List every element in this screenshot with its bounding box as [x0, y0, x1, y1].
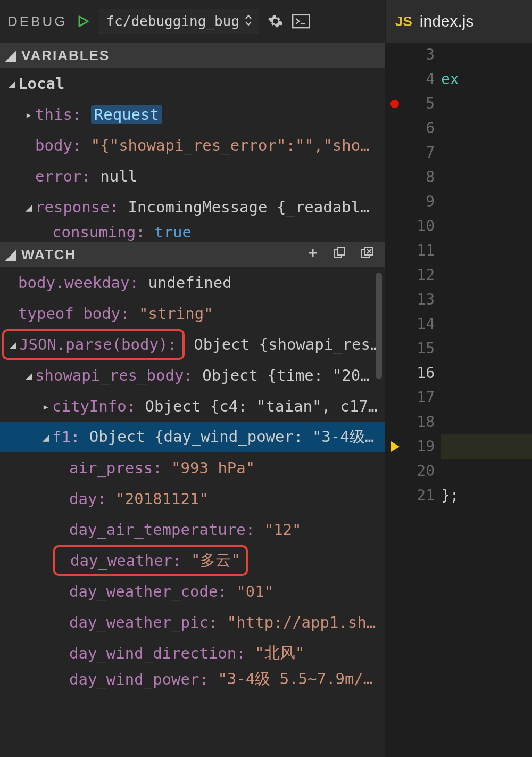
debug-label: DEBUG: [7, 13, 67, 30]
caret-updown-icon: [245, 14, 252, 29]
chevron-down-icon: ◢: [5, 47, 17, 64]
svg-rect-0: [293, 15, 310, 28]
tab-filename: index.js: [420, 12, 474, 30]
add-watch-icon[interactable]: [306, 246, 319, 263]
watch-row[interactable]: body.weekday: undefined: [0, 267, 385, 298]
chevron-down-icon: ◢: [22, 369, 35, 382]
highlight-box: ◢ JSON.parse(body):: [2, 329, 185, 360]
scope-local[interactable]: ◢ Local: [0, 68, 385, 99]
chevron-right-icon: ▸: [22, 108, 35, 121]
watch-row[interactable]: ◢ JSON.parse(body): Object {showapi_res…: [0, 329, 385, 360]
watch-title: WATCH: [21, 246, 76, 263]
remove-all-icon[interactable]: [361, 246, 375, 263]
chevron-down-icon: ◢: [22, 201, 35, 214]
current-line-marker: [386, 434, 404, 459]
gear-icon[interactable]: [268, 13, 284, 29]
var-this[interactable]: ▸ this: Request: [0, 99, 385, 130]
js-file-icon: JS: [395, 13, 412, 30]
start-debug-icon[interactable]: [76, 14, 90, 29]
watch-row[interactable]: ▸ cityInfo: Object {c4: "taian", c17…: [0, 391, 385, 422]
breakpoint-column[interactable]: [386, 43, 404, 508]
var-body[interactable]: body: "{"showapi_res_error":"","sho…: [0, 130, 385, 161]
chevron-down-icon: ◢: [5, 77, 18, 90]
watch-row[interactable]: day_wind_direction: "北风": [0, 638, 385, 669]
variables-title: VARIABLES: [21, 47, 110, 64]
chevron-down-icon: ◢: [5, 246, 17, 263]
variables-section-header[interactable]: ◢ VARIABLES: [0, 43, 385, 68]
chevron-down-icon: ◢: [39, 431, 52, 444]
editor-tab[interactable]: JS index.js: [386, 0, 532, 43]
debug-toolbar: DEBUG fc/debugging_bug: [0, 0, 385, 43]
watch-row[interactable]: air_press: "993 hPa": [0, 452, 385, 483]
var-consuming[interactable]: consuming: true: [0, 223, 385, 242]
breakpoint-5[interactable]: [386, 92, 404, 116]
debug-config-name: fc/debugging_bug: [106, 13, 239, 29]
scope-label: Local: [18, 75, 64, 93]
svg-rect-3: [337, 248, 345, 255]
var-this-value: Request: [91, 105, 162, 124]
watch-row-selected[interactable]: ◢ f1: Object {day_wind_power: "3-4级…: [0, 422, 385, 452]
watch-row[interactable]: day_air_temperature: "12": [0, 514, 385, 545]
line-number-column: 3 4 5 6 7 8 9 10 11 12 13 14 15 16 17 18…: [404, 43, 441, 508]
watch-row[interactable]: day: "20181121": [0, 483, 385, 514]
editor-gutter: 3 4 5 6 7 8 9 10 11 12 13 14 15 16 17 18…: [386, 43, 532, 508]
highlight-box: day_weather: "多云": [53, 545, 248, 576]
watch-row[interactable]: typeof body: "string": [0, 298, 385, 329]
watch-row[interactable]: day_weather: "多云": [0, 545, 385, 576]
var-response[interactable]: ◢ response: IncomingMessage {_readabl…: [0, 192, 385, 223]
watch-row[interactable]: day_weather_code: "01": [0, 576, 385, 607]
watch-section-header[interactable]: ◢ WATCH: [0, 242, 385, 267]
watch-row[interactable]: day_weather_pic: "http://app1.sh…: [0, 607, 385, 638]
debug-config-select[interactable]: fc/debugging_bug: [99, 9, 259, 34]
var-error[interactable]: error: null: [0, 161, 385, 192]
collapse-all-icon[interactable]: [333, 246, 347, 263]
code-column[interactable]: ex };: [441, 43, 532, 508]
watch-row[interactable]: day_wind_power: "3-4级 5.5~7.9m/…: [0, 669, 385, 690]
debug-console-icon[interactable]: [292, 14, 310, 29]
chevron-down-icon: ◢: [6, 338, 19, 351]
chevron-right-icon: ▸: [39, 400, 52, 413]
watch-row[interactable]: ◢ showapi_res_body: Object {time: "20…: [0, 360, 385, 391]
scrollbar-thumb[interactable]: [376, 273, 382, 379]
